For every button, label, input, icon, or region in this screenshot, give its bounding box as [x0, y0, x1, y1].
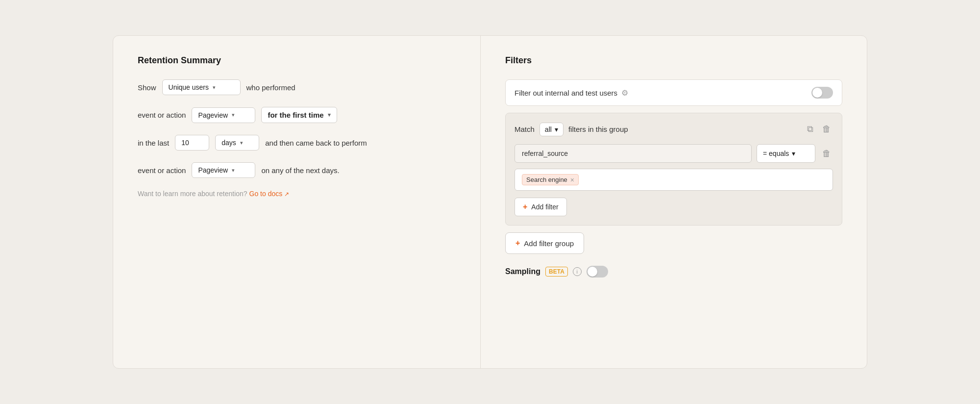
equals-dropdown[interactable]: = equals ▾ — [757, 144, 815, 163]
sampling-row: Sampling BETA i — [505, 266, 842, 278]
event-or-action-label-1: event or action — [138, 111, 186, 119]
pageview-chevron-icon-1: ▾ — [232, 112, 235, 118]
days-dropdown[interactable]: days ▾ — [215, 135, 259, 151]
value-tag-text: Search engine — [526, 176, 567, 183]
show-label: Show — [138, 83, 156, 92]
pageview-dropdown-1[interactable]: Pageview ▾ — [192, 107, 255, 123]
days-chevron-icon: ▾ — [240, 140, 243, 146]
value-tag: Search engine × — [522, 174, 579, 185]
filter-condition-row: referral_source = equals ▾ 🗑 — [514, 144, 833, 163]
user-type-chevron-icon: ▾ — [213, 84, 216, 91]
copy-group-button[interactable]: ⧉ — [805, 122, 815, 136]
filter-toggle-label: Filter out internal and test users ⚙ — [514, 88, 628, 98]
add-filter-button[interactable]: + Add filter — [514, 198, 567, 216]
pageview-chevron-icon-2: ▾ — [232, 167, 235, 174]
filter-property-input[interactable]: referral_source — [514, 144, 752, 163]
filter-value-row: Search engine × — [514, 169, 833, 191]
external-link-icon: ↗ — [284, 191, 289, 198]
first-time-label: for the first time — [268, 111, 323, 119]
add-filter-label: Add filter — [531, 203, 558, 211]
row-event-action-2: event or action Pageview ▾ on any of the… — [138, 162, 456, 178]
user-type-dropdown[interactable]: Unique users ▾ — [162, 79, 241, 95]
first-time-dropdown[interactable]: for the first time ▾ — [261, 107, 337, 123]
value-tag-close-button[interactable]: × — [570, 177, 574, 183]
first-time-chevron-icon: ▾ — [328, 112, 331, 118]
copy-icon: ⧉ — [807, 124, 813, 134]
add-filter-group-button[interactable]: + Add filter group — [505, 232, 584, 254]
add-filter-group-label: Add filter group — [524, 239, 574, 248]
pageview-dropdown-2[interactable]: Pageview ▾ — [192, 162, 255, 178]
filters-title: Filters — [505, 55, 842, 66]
row-show: Show Unique users ▾ who performed — [138, 79, 456, 95]
row-in-the-last: in the last 10 days ▾ and then came back… — [138, 135, 456, 151]
match-suffix: filters in this group — [568, 125, 800, 133]
user-type-label: Unique users — [169, 83, 209, 91]
beta-badge: BETA — [545, 267, 568, 277]
filter-group-box: Match all ▾ filters in this group ⧉ 🗑 re… — [505, 113, 842, 226]
trash-icon: 🗑 — [822, 124, 831, 134]
match-dropdown[interactable]: all ▾ — [539, 123, 564, 136]
next-days-label: on any of the next days. — [261, 166, 339, 175]
go-to-docs-link[interactable]: Go to docs ↗ — [249, 190, 290, 198]
add-filter-group-plus-icon: + — [515, 239, 520, 248]
gear-icon[interactable]: ⚙ — [621, 88, 628, 98]
learn-more-section: Want to learn more about retention? Go t… — [138, 190, 456, 198]
filter-toggle-text: Filter out internal and test users — [514, 89, 617, 97]
pageview-label-1: Pageview — [198, 111, 228, 119]
filter-value-box: Search engine × — [514, 169, 833, 191]
main-container: Retention Summary Show Unique users ▾ wh… — [113, 35, 867, 369]
days-label: days — [221, 139, 236, 147]
sampling-info-icon[interactable]: i — [573, 267, 582, 276]
equals-label: = equals — [763, 150, 789, 157]
match-chevron-icon: ▾ — [555, 126, 558, 133]
equals-chevron-icon: ▾ — [792, 150, 795, 157]
sampling-label: Sampling — [505, 267, 540, 276]
who-performed-label: who performed — [246, 83, 295, 92]
delete-group-button[interactable]: 🗑 — [820, 122, 833, 136]
row-event-action-1: event or action Pageview ▾ for the first… — [138, 107, 456, 123]
match-row: Match all ▾ filters in this group ⧉ 🗑 — [514, 122, 833, 136]
event-or-action-label-2: event or action — [138, 166, 186, 175]
sampling-toggle-switch[interactable] — [587, 266, 608, 278]
add-filter-plus-icon: + — [523, 202, 527, 211]
match-value: all — [545, 126, 552, 133]
filter-toggle-row: Filter out internal and test users ⚙ — [505, 79, 842, 106]
delete-condition-button[interactable]: 🗑 — [820, 147, 833, 161]
pageview-label-2: Pageview — [198, 166, 228, 174]
right-panel: Filters Filter out internal and test use… — [481, 36, 867, 368]
in-the-last-label: in the last — [138, 139, 169, 147]
retention-summary-title: Retention Summary — [138, 55, 456, 66]
came-back-label: and then came back to perform — [265, 139, 367, 147]
match-label: Match — [514, 125, 535, 133]
trash-icon-condition: 🗑 — [822, 149, 831, 159]
last-number-input[interactable]: 10 — [175, 135, 209, 151]
filter-toggle-switch[interactable] — [811, 87, 833, 99]
left-panel: Retention Summary Show Unique users ▾ wh… — [113, 36, 481, 368]
learn-more-text: Want to learn more about retention? — [138, 190, 247, 198]
